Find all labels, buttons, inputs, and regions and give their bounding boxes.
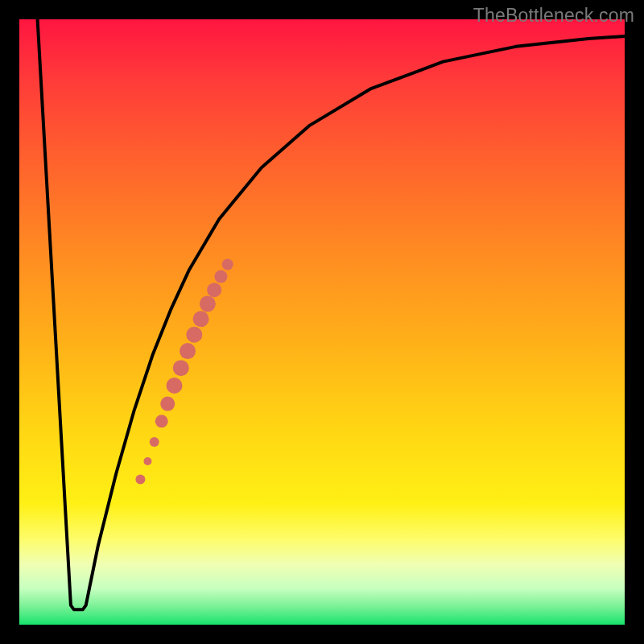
data-marker — [155, 415, 168, 427]
data-marker — [143, 457, 151, 465]
data-marker — [186, 327, 202, 343]
data-marker — [214, 270, 227, 283]
data-marker — [167, 378, 183, 394]
data-marker — [193, 311, 209, 327]
data-marker — [200, 295, 216, 312]
data-marker — [180, 343, 196, 359]
data-marker — [160, 397, 175, 411]
chart-frame — [0, 0, 644, 644]
chart-container: TheBottleneck.com — [0, 0, 644, 644]
chart-canvas — [19, 19, 625, 625]
data-marker — [173, 360, 189, 376]
data-marker — [150, 437, 159, 447]
plot-area — [19, 19, 625, 625]
data-marker — [135, 475, 145, 485]
data-marker — [207, 283, 221, 297]
bottleneck-curve — [38, 19, 625, 609]
data-marker — [222, 259, 233, 270]
attribution-text: TheBottleneck.com — [473, 5, 634, 27]
